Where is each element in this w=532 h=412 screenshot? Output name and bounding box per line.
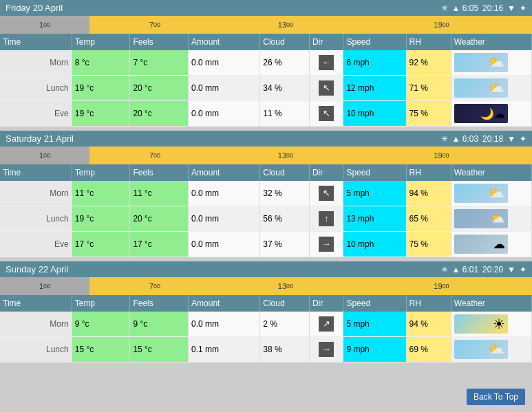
direction-arrow: ↗ <box>319 316 334 332</box>
cell-speed: 5 mph <box>343 181 406 206</box>
cell-rh: 94 % <box>406 312 451 337</box>
day-section-1: Saturday 21 April ✳ ▲ 6:03 20:18 ▼ ✦ 100… <box>0 131 532 257</box>
cell-rh: 92 % <box>406 50 451 76</box>
settings-icon-2[interactable]: ✦ <box>520 265 526 274</box>
direction-arrow: ← <box>319 55 334 70</box>
cell-weather: ⛅ <box>451 50 531 76</box>
th-rh-1: RH <box>406 164 451 181</box>
th-dir-1: Dir <box>309 164 343 181</box>
cell-cloud: 34 % <box>260 76 310 101</box>
cell-rh: 69 % <box>406 337 451 362</box>
weather-table-0: Time Temp Feels Amount Cloud Dir Speed R… <box>0 34 532 127</box>
cell-weather: ⛅ <box>451 206 531 232</box>
cell-rh: 75 % <box>406 232 451 257</box>
cell-temp: 9 °c <box>72 312 130 337</box>
cell-rh: 75 % <box>406 101 451 127</box>
settings-icon-1[interactable]: ✦ <box>520 134 526 144</box>
direction-arrow: ↖ <box>319 106 334 121</box>
cell-amount: 0.0 mm <box>189 50 260 76</box>
day-title-1: Saturday 21 April <box>6 133 74 144</box>
cell-dir: → <box>309 337 343 362</box>
cell-amount: 0.0 mm <box>189 206 260 232</box>
cell-cloud: 56 % <box>260 206 310 232</box>
cell-weather: ⛅ <box>451 337 531 362</box>
th-feels-2: Feels <box>130 295 189 312</box>
day-title-0: Friday 20 April <box>6 3 63 13</box>
sun-icon-1: ✳ <box>441 134 448 144</box>
sunset-label-1: 20:18 <box>482 134 503 144</box>
th-temp-0: Temp <box>72 34 130 50</box>
timebar-13-0: 1300 <box>220 16 351 34</box>
timebar-7-0: 700 <box>89 16 220 34</box>
time-bar-2: 100 700 1300 1900 <box>0 277 532 295</box>
th-temp-2: Temp <box>72 295 130 312</box>
day-title-2: Sunday 22 April <box>6 264 68 274</box>
th-time-0: Time <box>0 34 72 50</box>
cell-weather: 🌙☁ <box>451 101 531 127</box>
day-header-right-2: ✳ ▲ 6:01 20:20 ▼ ✦ <box>441 265 527 274</box>
cell-feels: 17 °c <box>130 232 189 257</box>
cell-dir: ↖ <box>309 101 343 127</box>
direction-arrow: ↑ <box>319 211 334 226</box>
th-time-1: Time <box>0 164 72 181</box>
timebar-1-0: 100 <box>0 16 89 34</box>
cell-dir: ↖ <box>309 181 343 206</box>
th-weather-1: Weather <box>451 164 531 181</box>
cell-feels: 11 °c <box>130 181 189 206</box>
cell-rh: 71 % <box>406 76 451 101</box>
timebar-7-2: 700 <box>89 277 220 295</box>
cell-time: Morn <box>0 181 72 206</box>
timebar-13-1: 1300 <box>220 147 351 164</box>
cell-amount: 0.0 mm <box>189 181 260 206</box>
cell-dir: ↗ <box>309 312 343 337</box>
timebar-19-2: 1900 <box>351 277 532 295</box>
cell-amount: 0.0 mm <box>189 312 260 337</box>
cell-rh: 94 % <box>406 181 451 206</box>
cell-speed: 6 mph <box>343 50 406 76</box>
cell-speed: 12 mph <box>343 76 406 101</box>
cell-weather: ⛅ <box>451 76 531 101</box>
cell-time: Morn <box>0 312 72 337</box>
th-rh-0: RH <box>406 34 451 50</box>
cell-cloud: 26 % <box>260 50 310 76</box>
sunset-label-2: 20:20 <box>482 265 503 274</box>
cell-weather: ☀ <box>451 312 531 337</box>
cell-temp: 19 °c <box>72 206 130 232</box>
th-rh-2: RH <box>406 295 451 312</box>
direction-arrow: → <box>319 342 334 357</box>
weather-table-2: Time Temp Feels Amount Cloud Dir Speed R… <box>0 295 532 362</box>
time-bar-0: 100 700 1300 1900 <box>0 16 532 34</box>
th-dir-2: Dir <box>309 295 343 312</box>
sunrise-label-2: ▲ 6:01 <box>452 265 479 274</box>
table-row: Lunch 15 °c 15 °c 0.1 mm 38 % → 9 mph 69… <box>0 337 532 362</box>
cell-cloud: 32 % <box>260 181 310 206</box>
cell-temp: 19 °c <box>72 76 130 101</box>
direction-arrow: ↖ <box>319 186 334 201</box>
cell-temp: 19 °c <box>72 101 130 127</box>
cell-rh: 65 % <box>406 206 451 232</box>
cell-feels: 20 °c <box>130 206 189 232</box>
cell-temp: 15 °c <box>72 337 130 362</box>
th-cloud-1: Cloud <box>260 164 310 181</box>
sun-icon-0: ✳ <box>441 3 448 13</box>
cell-time: Eve <box>0 101 72 127</box>
sunset-down-0: ▼ <box>507 3 515 13</box>
table-row: Morn 8 °c 7 °c 0.0 mm 26 % ← 6 mph 92 % … <box>0 50 532 76</box>
table-row: Eve 17 °c 17 °c 0.0 mm 37 % → 10 mph 75 … <box>0 232 532 257</box>
cell-temp: 17 °c <box>72 232 130 257</box>
cell-amount: 0.0 mm <box>189 76 260 101</box>
settings-icon-0[interactable]: ✦ <box>520 3 526 13</box>
sunset-label-0: 20:16 <box>482 3 503 13</box>
direction-arrow: → <box>319 237 334 252</box>
th-time-2: Time <box>0 295 72 312</box>
th-feels-1: Feels <box>130 164 189 181</box>
timebar-1-1: 100 <box>0 147 89 164</box>
th-temp-1: Temp <box>72 164 130 181</box>
sunrise-label-1: ▲ 6:03 <box>452 134 479 144</box>
cell-amount: 0.1 mm <box>189 337 260 362</box>
th-speed-2: Speed <box>343 295 406 312</box>
sun-icon-2: ✳ <box>441 265 448 274</box>
timebar-13-2: 1300 <box>220 277 351 295</box>
cell-amount: 0.0 mm <box>189 232 260 257</box>
sunrise-label-0: ▲ 6:05 <box>452 3 479 13</box>
